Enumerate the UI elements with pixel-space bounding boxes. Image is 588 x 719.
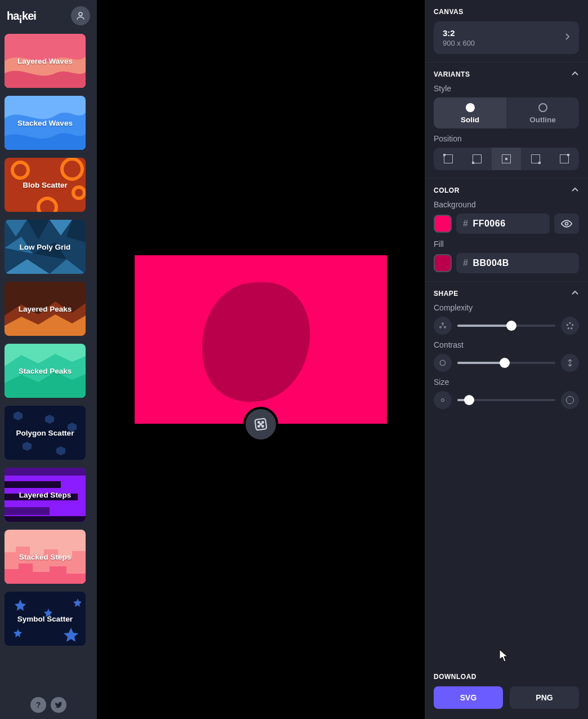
sidebar-item-layered-waves[interactable]: Layered Waves: [5, 34, 86, 88]
settings-panel: CANVAS 3:2 900 x 600 VARIANTS Style Soli…: [425, 0, 588, 719]
size-label: Size: [434, 378, 579, 387]
complexity-min-icon: [434, 317, 452, 335]
complexity-label: Complexity: [434, 303, 579, 312]
randomize-button[interactable]: [243, 407, 278, 442]
svg-point-0: [79, 12, 82, 16]
position-center-button[interactable]: [492, 148, 521, 170]
sidebar-item-layered-steps[interactable]: Layered Steps: [5, 468, 86, 522]
size-slider[interactable]: [457, 399, 555, 401]
sidebar-item-symbol-scatter[interactable]: Symbol Scatter: [5, 592, 86, 646]
help-icon[interactable]: ?: [30, 697, 46, 713]
size-max-icon: [561, 391, 579, 409]
sidebar-item-stacked-steps[interactable]: Stacked Steps: [5, 530, 86, 584]
user-icon[interactable]: [71, 6, 90, 25]
chevron-right-icon: [564, 33, 570, 43]
sidebar-item-polygon-scatter[interactable]: Polygon Scatter: [5, 406, 86, 460]
svg-rect-31: [5, 481, 61, 488]
solid-icon: [466, 103, 475, 112]
sidebar-item-layered-peaks[interactable]: Layered Peaks: [5, 282, 86, 336]
sidebar-item-blob-scatter[interactable]: Blob Scatter: [5, 158, 86, 212]
svg-rect-33: [5, 507, 50, 515]
sidebar-item-stacked-waves[interactable]: Stacked Waves: [5, 96, 86, 150]
svg-point-47: [569, 322, 571, 323]
position-bottom-left-button[interactable]: [463, 148, 492, 170]
background-hex-input[interactable]: # FF0066: [456, 214, 550, 234]
fill-label: Fill: [434, 239, 579, 248]
sidebar-header: ha¡kei: [0, 0, 97, 32]
svg-rect-30: [5, 468, 86, 476]
complexity-slider[interactable]: [457, 325, 555, 327]
thumb-label: Stacked Peaks: [19, 367, 72, 375]
generator-list[interactable]: Layered Waves Stacked Waves Blob Scatter: [0, 32, 97, 691]
size-min-icon: [434, 391, 452, 409]
thumb-label: Symbol Scatter: [17, 615, 73, 623]
svg-point-50: [568, 328, 569, 329]
shape-title: SHAPE: [434, 290, 458, 298]
style-segmented: Solid Outline: [434, 97, 579, 128]
shape-section: SHAPE Complexity Contrast: [425, 282, 588, 417]
variants-title: VARIANTS: [434, 70, 470, 78]
position-top-left-button[interactable]: [434, 148, 463, 170]
fill-hex-input[interactable]: # BB004B: [456, 253, 579, 273]
chevron-up-icon[interactable]: [571, 70, 579, 78]
canvas-size-card[interactable]: 3:2 900 x 600: [434, 21, 579, 54]
canvas-ratio: 3:2: [443, 28, 475, 38]
visibility-toggle-button[interactable]: [554, 214, 579, 234]
canvas-preview: [135, 255, 387, 424]
color-title: COLOR: [434, 187, 460, 194]
position-bottom-right-button[interactable]: [521, 148, 550, 170]
background-label: Background: [434, 200, 579, 209]
outline-icon: [538, 103, 547, 112]
svg-point-49: [572, 325, 573, 326]
chevron-up-icon[interactable]: [571, 290, 579, 298]
logo[interactable]: ha¡kei: [7, 10, 36, 23]
canvas-area: [97, 0, 425, 719]
color-section: COLOR Background # FF0066 Fill # BB004B: [425, 179, 588, 282]
svg-point-41: [258, 425, 260, 427]
position-segmented: [434, 148, 579, 170]
style-label: Style: [434, 84, 579, 93]
thumb-label: Layered Waves: [17, 57, 73, 65]
canvas-title: CANVAS: [434, 8, 464, 16]
variants-section: VARIANTS Style Solid Outline Position: [425, 63, 588, 179]
svg-point-52: [440, 360, 445, 365]
thumb-label: Blob Scatter: [23, 181, 68, 189]
thumb-label: Stacked Waves: [17, 119, 73, 127]
download-svg-button[interactable]: SVG: [434, 686, 503, 709]
sidebar: ha¡kei Layered Waves Stacked Waves: [0, 0, 97, 719]
style-solid-button[interactable]: Solid: [434, 97, 506, 128]
position-top-right-button[interactable]: [550, 148, 579, 170]
hash-icon: #: [463, 219, 468, 229]
download-section: DOWNLOAD SVG PNG: [425, 665, 588, 717]
blob-shape: [199, 281, 318, 404]
contrast-min-icon: [434, 354, 452, 372]
sidebar-footer: ?: [0, 691, 97, 719]
sidebar-item-low-poly-grid[interactable]: Low Poly Grid: [5, 220, 86, 274]
canvas-section: CANVAS 3:2 900 x 600: [425, 0, 588, 63]
thumb-label: Low Poly Grid: [20, 243, 71, 251]
svg-point-44: [442, 323, 444, 325]
fill-swatch[interactable]: [434, 254, 452, 272]
download-png-button[interactable]: PNG: [510, 686, 579, 709]
contrast-slider[interactable]: [457, 362, 555, 364]
contrast-label: Contrast: [434, 340, 579, 349]
chevron-up-icon[interactable]: [571, 187, 579, 194]
svg-point-43: [565, 223, 568, 225]
eye-icon: [561, 218, 572, 229]
svg-point-51: [571, 328, 572, 329]
twitter-icon[interactable]: [51, 697, 66, 713]
svg-point-42: [262, 425, 264, 427]
sidebar-item-stacked-peaks[interactable]: Stacked Peaks: [5, 344, 86, 398]
background-swatch[interactable]: [434, 215, 452, 233]
svg-point-48: [567, 325, 568, 326]
thumb-label: Layered Peaks: [19, 305, 72, 313]
download-title: DOWNLOAD: [434, 673, 476, 681]
svg-rect-34: [5, 516, 86, 522]
position-label: Position: [434, 134, 579, 143]
complexity-max-icon: [561, 317, 579, 335]
thumb-label: Layered Steps: [19, 491, 71, 499]
style-outline-button[interactable]: Outline: [506, 97, 579, 128]
contrast-max-icon: [561, 354, 579, 372]
canvas-dims: 900 x 600: [443, 39, 475, 47]
thumb-label: Polygon Scatter: [16, 429, 74, 437]
